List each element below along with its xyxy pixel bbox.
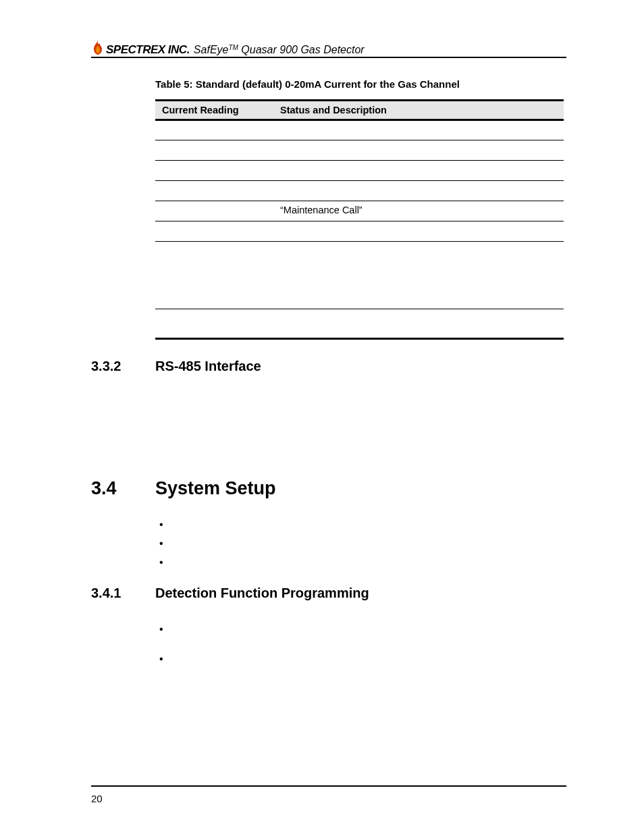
section-3-4-1: 3.4.1 Detection Function Programming <box>91 585 566 601</box>
list-item <box>155 519 566 538</box>
list-item <box>155 538 566 557</box>
section-title: RS-485 Interface <box>155 359 261 374</box>
cell-status <box>273 309 564 339</box>
gas-channel-table: Current Reading Status and Description “… <box>155 99 564 340</box>
list-item <box>155 654 566 683</box>
title-prefix: SafEye <box>194 44 229 55</box>
section-number: 3.4 <box>91 478 155 499</box>
title-rest: Quasar 900 Gas Detector <box>238 44 365 55</box>
cell-reading <box>155 201 273 221</box>
table-caption: Table 5: Standard (default) 0-20mA Curre… <box>155 78 566 90</box>
table-row <box>155 309 564 339</box>
cell-reading <box>155 221 273 242</box>
cell-status: “Maintenance Call” <box>273 201 564 221</box>
cell-status <box>273 120 564 140</box>
table-row: “Maintenance Call” <box>155 201 564 221</box>
cell-status <box>273 242 564 309</box>
system-setup-bullets <box>155 519 566 576</box>
cell-status <box>273 140 564 161</box>
section-3-3-2: 3.3.2 RS-485 Interface <box>91 359 566 374</box>
cell-reading <box>155 140 273 161</box>
cell-reading <box>155 120 273 140</box>
page-header: SPECTREX INC. SafEyeTM Quasar 900 Gas De… <box>91 41 566 58</box>
footer-rule <box>91 785 566 787</box>
col-header-status: Status and Description <box>273 101 564 120</box>
doc-title: SafEyeTM Quasar 900 Gas Detector <box>194 45 365 55</box>
title-tm: TM <box>228 44 238 51</box>
detection-function-bullets <box>155 624 566 683</box>
table-row <box>155 221 564 242</box>
flame-icon <box>91 41 105 55</box>
table-row <box>155 242 564 309</box>
brand-text: SPECTREX INC. <box>106 44 190 55</box>
section-number: 3.4.1 <box>91 585 155 601</box>
table-row <box>155 140 564 161</box>
cell-reading <box>155 181 273 201</box>
table-row <box>155 161 564 181</box>
cell-status <box>273 161 564 181</box>
table-row <box>155 120 564 140</box>
col-header-reading: Current Reading <box>155 101 273 120</box>
cell-reading <box>155 242 273 309</box>
section-title: Detection Function Programming <box>155 585 369 601</box>
cell-reading <box>155 161 273 181</box>
list-item <box>155 624 566 654</box>
section-title: System Setup <box>155 478 276 499</box>
section-3-4: 3.4 System Setup <box>91 478 566 499</box>
cell-status <box>273 181 564 201</box>
table-row <box>155 181 564 201</box>
cell-reading <box>155 309 273 339</box>
page-number: 20 <box>91 793 103 804</box>
brand-logo: SPECTREX INC. <box>91 41 190 55</box>
list-item <box>155 557 566 576</box>
cell-status <box>273 221 564 242</box>
section-number: 3.3.2 <box>91 359 155 374</box>
